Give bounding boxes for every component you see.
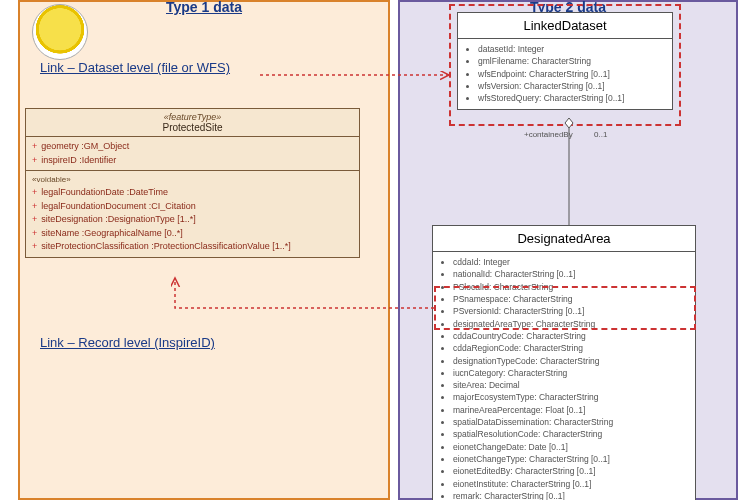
linked-dataset-attrs: datasetId: IntegergmlFilename: Character… <box>458 39 672 109</box>
designated-area-class: DesignatedArea cddaId: IntegernationalId… <box>432 225 696 500</box>
type1-title: Type 1 data <box>166 0 242 15</box>
voidable-label: «voidable» <box>32 174 353 186</box>
inspire-logo-icon <box>32 4 88 60</box>
assoc-role: +containedBy <box>524 130 573 139</box>
protected-site-attrs2: «voidable» +legalFoundationDate :DateTim… <box>26 171 359 257</box>
linked-dataset-class: LinkedDataset datasetId: IntegergmlFilen… <box>457 12 673 110</box>
protected-site-header: «featureType» ProtectedSite <box>26 109 359 137</box>
linked-dataset-name: LinkedDataset <box>458 13 672 39</box>
link-record-level: Link – Record level (InspireID) <box>40 335 215 350</box>
protected-site-class: «featureType» ProtectedSite +geometry :G… <box>25 108 360 258</box>
link-dataset-level: Link – Dataset level (file or WFS) <box>40 60 230 75</box>
protected-site-stereotype: «featureType» <box>30 112 355 122</box>
designated-area-name: DesignatedArea <box>433 226 695 252</box>
assoc-mult: 0..1 <box>594 130 607 139</box>
protected-site-attrs1: +geometry :GM_Object+inspireID :Identifi… <box>26 137 359 171</box>
protected-site-name: ProtectedSite <box>30 122 355 133</box>
designated-area-attrs: cddaId: IntegernationalId: CharacterStri… <box>433 252 695 500</box>
